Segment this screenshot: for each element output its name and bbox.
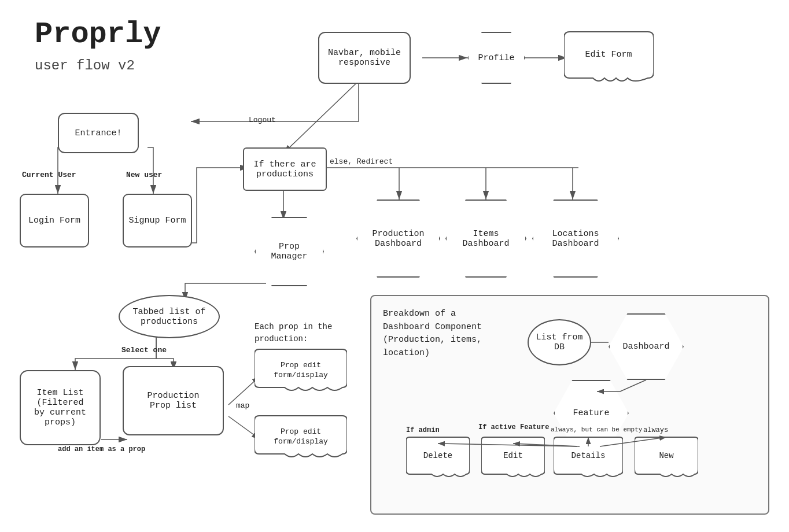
tabbed-list-node: Tabbed list of productions	[119, 295, 220, 338]
profile-node: Profile	[467, 32, 525, 84]
logout-label: Logout	[249, 116, 276, 124]
breakdown-title: Breakdown of a Dashboard Component (Prod…	[383, 308, 482, 360]
production-dashboard-node: Production Dashboard	[356, 200, 440, 278]
select-one-label: Select one	[121, 346, 167, 354]
if-admin-label: If admin	[406, 426, 440, 434]
title-sub: user flow v2	[35, 58, 135, 73]
svg-text:Delete: Delete	[423, 451, 452, 460]
map-label: map	[236, 401, 249, 410]
svg-line-4	[283, 81, 359, 153]
svg-text:New: New	[659, 451, 674, 460]
title-main: Proprly	[35, 17, 161, 51]
if-active-feature-label: If active Feature	[478, 423, 549, 431]
prop-manager-node: Prop Manager	[255, 217, 324, 286]
locations-dashboard-node: Locations Dashboard	[532, 200, 619, 278]
each-prop-label: Each prop in the production:	[255, 321, 332, 345]
list-from-db-node: List from DB	[528, 319, 591, 365]
add-item-label: add an item as a prop	[58, 445, 145, 453]
svg-text:Prop edit: Prop edit	[281, 361, 321, 370]
svg-text:Prop edit: Prop edit	[281, 427, 321, 436]
edit-node: Edit	[481, 435, 545, 481]
entrance-node: Entrance!	[58, 113, 139, 153]
prop-edit-1-node: Prop edit form/display	[255, 347, 347, 393]
item-list-node: Item List (Filtered by current props)	[20, 370, 101, 445]
svg-text:form/display: form/display	[274, 371, 328, 379]
diagram: Proprly user flow v2	[0, 0, 789, 532]
signup-form-node: Signup Form	[123, 194, 192, 247]
navbar-node: Navbar, mobile responsive	[318, 32, 411, 84]
current-user-label: Current User	[22, 171, 76, 179]
prop-edit-2-node: Prop edit form/display	[255, 413, 347, 460]
svg-text:Edit: Edit	[503, 451, 523, 460]
svg-text:Details: Details	[572, 451, 606, 460]
else-redirect-label: else, Redirect	[330, 157, 393, 166]
details-node: Details	[554, 435, 623, 481]
dashboard-node: Dashboard	[609, 313, 684, 380]
production-prop-list-node: Production Prop list	[123, 366, 224, 435]
items-dashboard-node: Items Dashboard	[445, 200, 526, 278]
always-but-can-be-empty-label: always, but can be empty	[551, 426, 642, 433]
if-productions-node: If there are productions	[243, 147, 327, 191]
new-node: New	[635, 435, 698, 481]
svg-text:form/display: form/display	[274, 437, 328, 446]
new-user-label: New user	[126, 171, 162, 179]
always-label: always	[643, 426, 668, 434]
login-form-node: Login Form	[20, 194, 89, 247]
breakdown-box: Breakdown of a Dashboard Component (Prod…	[370, 295, 769, 515]
svg-text:Edit Form: Edit Form	[585, 50, 632, 60]
delete-node: Delete	[406, 435, 470, 481]
edit-form-node: Edit Form	[564, 29, 654, 84]
